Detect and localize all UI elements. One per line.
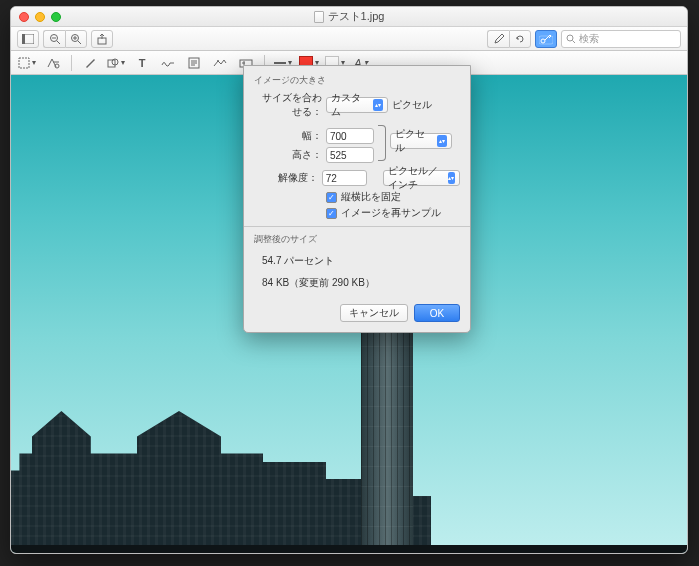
main-toolbar: 検索 — [11, 27, 687, 51]
note-tool[interactable] — [184, 54, 204, 72]
svg-line-3 — [57, 41, 60, 44]
dialog-section-label: イメージの大きさ — [254, 74, 460, 87]
document-icon — [314, 11, 324, 23]
search-placeholder: 検索 — [579, 32, 599, 46]
lock-ratio-checkbox[interactable]: ✓ 縦横比を固定 — [326, 190, 460, 204]
svg-line-6 — [78, 41, 81, 44]
fit-select[interactable]: カスタム ▴▾ — [326, 97, 388, 113]
sketch-tool[interactable] — [80, 54, 100, 72]
resolution-label: 解像度： — [254, 171, 318, 185]
select-arrows-icon: ▴▾ — [437, 135, 447, 147]
share-button[interactable] — [91, 30, 113, 48]
svg-rect-1 — [22, 34, 25, 44]
svg-rect-14 — [19, 58, 29, 68]
resize-dialog: イメージの大きさ サイズを合わせる： カスタム ▴▾ ピクセル 幅： 700 高… — [243, 65, 471, 333]
lock-bracket-icon — [378, 125, 386, 161]
separator — [71, 55, 72, 71]
dimension-unit-select[interactable]: ピクセル ▴▾ — [390, 133, 452, 149]
resample-label: イメージを再サンプル — [341, 206, 441, 220]
fit-unit-label: ピクセル — [392, 98, 432, 112]
svg-point-12 — [567, 35, 573, 41]
app-window: テスト1.jpg — [10, 6, 688, 554]
width-input[interactable]: 700 — [326, 128, 374, 144]
width-label: 幅： — [254, 129, 322, 143]
select-arrows-icon: ▴▾ — [448, 172, 455, 184]
titlebar: テスト1.jpg — [11, 7, 687, 27]
edit-button[interactable] — [487, 30, 509, 48]
select-arrows-icon: ▴▾ — [373, 99, 383, 111]
text-tool[interactable]: T — [132, 54, 152, 72]
fit-select-value: カスタム — [331, 91, 370, 119]
resolution-unit-select[interactable]: ピクセル／インチ ▴▾ — [383, 170, 460, 186]
result-percent: 54.7 パーセント — [254, 250, 460, 270]
ok-button[interactable]: OK — [414, 304, 460, 322]
dimension-unit-value: ピクセル — [395, 127, 434, 155]
shapes-tool[interactable]: ▾ — [106, 54, 126, 72]
checkbox-checked-icon: ✓ — [326, 192, 337, 203]
svg-rect-16 — [108, 60, 115, 67]
sign-tool[interactable] — [158, 54, 178, 72]
resolution-input[interactable]: 72 — [322, 170, 367, 186]
close-button[interactable] — [19, 12, 29, 22]
maximize-button[interactable] — [51, 12, 61, 22]
zoom-out-button[interactable] — [43, 30, 65, 48]
fit-label: サイズを合わせる： — [254, 91, 322, 119]
svg-line-13 — [573, 40, 576, 43]
window-title-text: テスト1.jpg — [328, 9, 385, 24]
height-input[interactable]: 525 — [326, 147, 374, 163]
view-toggle-button[interactable] — [17, 30, 39, 48]
markup-button[interactable] — [535, 30, 557, 48]
selection-tool[interactable]: ▾ — [17, 54, 37, 72]
checkbox-checked-icon: ✓ — [326, 208, 337, 219]
resolution-unit-value: ピクセル／インチ — [388, 164, 445, 192]
minimize-button[interactable] — [35, 12, 45, 22]
resample-checkbox[interactable]: ✓ イメージを再サンプル — [326, 206, 460, 220]
chevron-down-icon: ▾ — [121, 58, 125, 67]
svg-point-10 — [541, 39, 545, 43]
window-title: テスト1.jpg — [11, 9, 687, 24]
result-section-label: 調整後のサイズ — [254, 233, 460, 246]
zoom-in-button[interactable] — [65, 30, 87, 48]
search-field[interactable]: 検索 — [561, 30, 681, 48]
lock-ratio-label: 縦横比を固定 — [341, 190, 401, 204]
traffic-lights — [19, 12, 61, 22]
result-filesize: 84 KB（変更前 290 KB） — [254, 270, 460, 292]
cancel-button[interactable]: キャンセル — [340, 304, 408, 322]
chevron-down-icon: ▾ — [32, 58, 36, 67]
svg-point-22 — [217, 60, 219, 62]
adjust-color-tool[interactable] — [210, 54, 230, 72]
rotate-button[interactable] — [509, 30, 531, 48]
height-label: 高さ： — [254, 148, 322, 162]
search-icon — [566, 34, 576, 44]
instant-alpha-tool[interactable] — [43, 54, 63, 72]
